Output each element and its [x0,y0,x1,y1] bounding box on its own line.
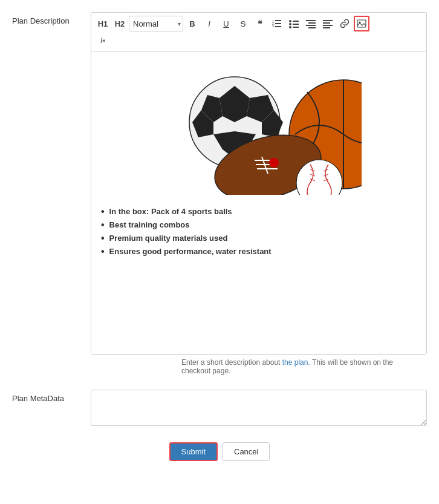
plan-metadata-label: Plan MetaData [12,390,91,404]
image-icon [357,19,366,28]
plan-description-field: H1 H2 Normal Heading 1 Heading 2 Heading… [91,12,427,375]
format-select[interactable]: Normal Heading 1 Heading 2 Heading 3 [129,16,183,31]
format-select-wrap: Normal Heading 1 Heading 2 Heading 3 ▾ [129,16,183,31]
svg-rect-20 [357,20,366,27]
plan-metadata-row: Plan MetaData [0,390,439,428]
h2-button[interactable]: H2 [112,16,128,31]
metadata-input[interactable] [91,390,427,426]
toolbar-row2: Ix [91,33,426,51]
svg-point-6 [289,20,291,22]
svg-rect-16 [323,20,333,21]
ordered-list-button[interactable]: 1. 2. 3. [269,16,285,31]
sports-balls-image: A [101,62,417,195]
list-item: In the box: Pack of 4 sports balls [101,207,417,217]
strikethrough-button[interactable]: S [235,16,251,31]
cancel-button[interactable]: Cancel [223,442,270,461]
indent-left-button[interactable] [303,16,319,31]
svg-rect-3 [275,23,281,24]
svg-point-10 [289,26,291,28]
editor-content-area[interactable]: A [91,51,426,354]
svg-rect-7 [293,21,299,22]
sports-balls-svg: A [156,62,362,195]
svg-rect-11 [293,27,299,28]
indent-right-icon [323,19,333,28]
plan-description-label: Plan Description [12,12,91,27]
unordered-list-icon [289,19,299,28]
svg-rect-14 [306,25,316,26]
list-item: Premium quality materials used [101,234,417,243]
svg-rect-19 [323,27,330,28]
svg-rect-5 [275,26,281,27]
form-buttons: Submit Cancel [0,442,439,461]
indent-left-icon [306,19,316,28]
list-item: Best training combos [101,220,417,230]
svg-rect-12 [306,20,316,21]
italic-button[interactable]: I [201,16,217,31]
toolbar-row1: H1 H2 Normal Heading 1 Heading 2 Heading… [91,13,426,33]
h1-button[interactable]: H1 [95,16,111,31]
ordered-list-icon: 1. 2. 3. [272,19,282,28]
svg-rect-17 [323,22,330,24]
plan-bullets-list: In the box: Pack of 4 sports balls Best … [101,207,417,257]
underline-button[interactable]: U [218,16,234,31]
svg-point-36 [269,158,279,168]
unordered-list-button[interactable] [286,16,302,31]
list-item: Ensures good performance, water resistan… [101,247,417,257]
helper-highlight: the plan. [282,358,310,367]
svg-rect-13 [308,22,316,24]
link-icon [340,19,350,28]
svg-rect-15 [308,27,316,28]
svg-rect-18 [323,25,333,26]
svg-rect-1 [275,20,281,21]
rich-text-editor: H1 H2 Normal Heading 1 Heading 2 Heading… [91,12,427,355]
helper-text: Enter a short description about the plan… [91,358,427,375]
plan-description-row: Plan Description H1 H2 Normal Heading 1 … [0,12,439,375]
submit-button[interactable]: Submit [169,442,218,461]
plan-metadata-field [91,390,427,428]
clear-format-button[interactable]: Ix [95,33,111,48]
quote-button[interactable]: ❝ [252,16,268,31]
bold-button[interactable]: B [184,16,200,31]
link-button[interactable] [337,16,353,31]
svg-text:3.: 3. [272,24,275,28]
svg-rect-9 [293,24,299,25]
indent-right-button[interactable] [320,16,336,31]
image-button[interactable] [354,16,369,31]
svg-point-8 [289,23,291,25]
